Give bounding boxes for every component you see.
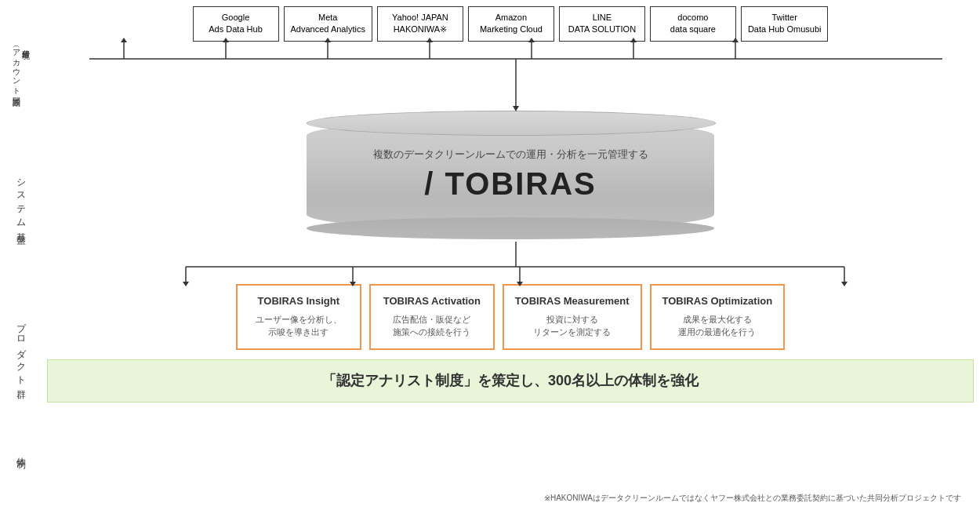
platform-boxes-row: Google Ads Data Hub Meta Advanced Analyt… [41,0,980,42]
bottom-text-box: 「認定アナリスト制度」を策定し、300名以上の体制を強化 [47,359,974,403]
section1-label: （アカウント開設期）分析環境 [0,6,41,122]
left-labels: （アカウント開設期）分析環境 システム基盤 プロダクト群 体制 [0,0,41,510]
product-box-insight: TOBIRAS Insight ユーザー像を分析し、 示唆を導き出す [236,284,361,350]
platform-box-line: LINE DATA SOLUTION [559,6,645,42]
bottom-section: 「認定アナリスト制度」を策定し、300名以上の体制を強化 [41,359,980,403]
product-box-measurement: TOBIRAS Measurement 投資に対する リターンを測定する [503,284,642,350]
cylinder-body: 複数のデータクリーンルームでの運用・分析を一元管理する / TOBIRAS [307,120,714,230]
product-boxes-row: TOBIRAS Insight ユーザー像を分析し、 示唆を導き出す TOBIR… [41,284,980,350]
platform-box-amazon: Amazon Marketing Cloud [468,6,554,42]
connector-spacer [41,42,980,112]
product-box-activation: TOBIRAS Activation 広告配信・販促など 施策への接続を行う [369,284,495,350]
spacer3 [41,350,980,359]
footnote: ※HAKONIWAはデータクリーンルームではなくヤフー株式会社との業務委託契約に… [544,493,961,504]
platform-box-meta: Meta Advanced Analytics [284,6,372,42]
platform-box-docomo: docomo data square [650,6,736,42]
tobiras-cylinder: 複数のデータクリーンルームでの運用・分析を一元管理する / TOBIRAS [307,112,714,238]
main-container: （アカウント開設期）分析環境 システム基盤 プロダクト群 体制 [0,0,980,510]
section2-label: システム基盤 [0,122,41,279]
product-box-optimization: TOBIRAS Optimization 成果を最大化する 運用の最適化を行う [650,284,786,350]
platform-box-twitter: Twitter Data Hub Omusubi [741,6,829,42]
connector-spacer2 [41,238,980,281]
section4-label: 体制 [0,421,41,483]
platform-box-yahoo: Yahoo! JAPAN HAKONIWA※ [377,6,463,42]
platform-box-google: Google Ads Data Hub [193,6,279,42]
section3-label: プロダクト群 [0,279,41,421]
